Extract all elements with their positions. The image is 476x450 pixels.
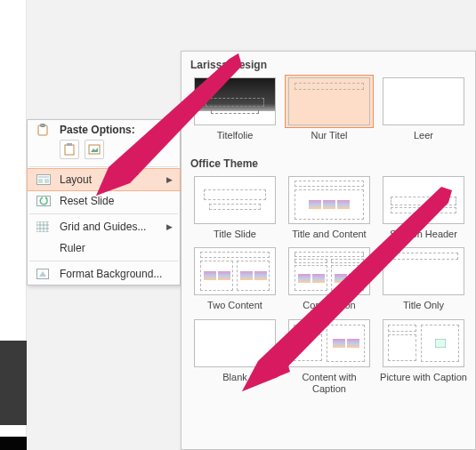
layout-label: Section Header: [390, 229, 457, 240]
slide-strip-dark: [0, 341, 27, 425]
layout-titelfolie[interactable]: Titelfolie: [190, 75, 279, 141]
layout-flyout: Larissa-Design Titelfolie Nur Titel Leer…: [181, 51, 476, 450]
svg-rect-9: [44, 179, 49, 183]
clipboard-icon: [36, 124, 49, 136]
blank-icon: [36, 241, 52, 255]
layout-title-and-content[interactable]: Title and Content: [285, 173, 374, 240]
svg-rect-2: [65, 145, 74, 155]
menu-item-reset-slide[interactable]: Reset Slide: [28, 190, 180, 212]
layout-label: Content with Caption: [286, 372, 373, 394]
format-background-icon: [36, 267, 52, 281]
layout-grid-office: Title Slide Title and Content Section He…: [182, 173, 475, 404]
layout-icon: [36, 173, 52, 187]
submenu-arrow-icon: ▶: [166, 175, 173, 184]
layout-label: Two Content: [207, 300, 262, 311]
layout-two-content[interactable]: Two Content: [190, 245, 279, 311]
layout-label: Title Slide: [214, 229, 256, 240]
layout-label: Comparison: [303, 300, 355, 311]
paste-options-label: Paste Options:: [60, 124, 135, 136]
layout-title-only[interactable]: Title Only: [379, 245, 468, 311]
menu-item-reset-label: Reset Slide: [60, 195, 173, 207]
svg-rect-3: [67, 143, 72, 146]
section-title-custom: Larissa-Design: [182, 52, 475, 75]
status-strip: [0, 437, 27, 450]
layout-title-slide[interactable]: Title Slide: [190, 173, 279, 240]
layout-comparison[interactable]: Comparison: [285, 245, 374, 311]
layout-label: Titelfolie: [217, 130, 254, 141]
paste-picture-button[interactable]: [85, 140, 104, 159]
svg-rect-13: [435, 339, 446, 348]
layout-nur-titel[interactable]: Nur Titel: [285, 75, 374, 141]
context-menu: Paste Options: Layout ▶ Reset Slide Grid…: [27, 119, 181, 285]
menu-item-format-bg-label: Format Background...: [60, 268, 173, 280]
layout-label: Nur Titel: [311, 130, 348, 141]
layout-label: Blank: [222, 372, 247, 383]
layout-section-header[interactable]: Section Header: [379, 173, 468, 240]
svg-rect-1: [41, 125, 45, 127]
menu-item-layout[interactable]: Layout ▶: [28, 169, 180, 190]
menu-item-ruler[interactable]: Ruler: [28, 237, 180, 259]
menu-item-grid-label: Grid and Guides...: [60, 221, 166, 233]
paste-options-row: [28, 138, 180, 165]
menu-item-format-background[interactable]: Format Background...: [28, 263, 180, 285]
menu-item-grid-guides[interactable]: Grid and Guides... ▶: [28, 216, 180, 237]
menu-item-ruler-label: Ruler: [60, 242, 173, 254]
layout-blank[interactable]: Blank: [190, 317, 279, 394]
submenu-arrow-icon: ▶: [166, 222, 173, 231]
layout-label: Leer: [414, 130, 433, 141]
layout-leer[interactable]: Leer: [379, 75, 468, 141]
grid-icon: [36, 220, 52, 234]
layout-label: Title Only: [403, 300, 444, 311]
menu-item-layout-label: Layout: [60, 173, 166, 186]
layout-label: Picture with Caption: [380, 372, 467, 383]
svg-rect-8: [38, 179, 43, 183]
paste-options-header: Paste Options:: [28, 120, 180, 138]
reset-icon: [36, 194, 52, 208]
layout-content-with-caption[interactable]: Content with Caption: [285, 317, 374, 394]
section-title-office: Office Theme: [182, 150, 475, 173]
layout-picture-with-caption[interactable]: Picture with Caption: [379, 317, 468, 394]
paste-keep-source-button[interactable]: [60, 140, 79, 159]
layout-label: Title and Content: [292, 229, 366, 240]
layout-grid-custom: Titelfolie Nur Titel Leer: [182, 75, 475, 150]
svg-rect-7: [38, 176, 49, 178]
